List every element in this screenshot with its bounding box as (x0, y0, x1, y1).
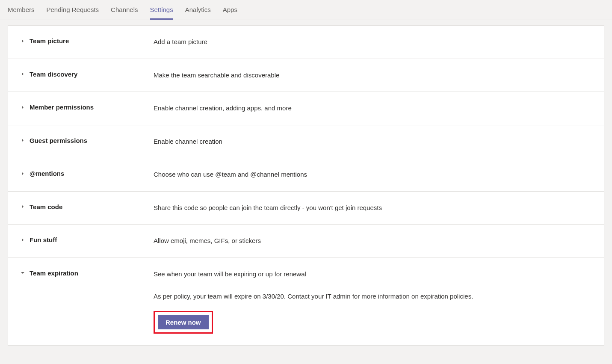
setting-title: Team expiration (30, 269, 78, 277)
tab-pending-requests[interactable]: Pending Requests (47, 0, 99, 20)
setting-description: Share this code so people can join the t… (154, 203, 591, 213)
setting-header: Guest permissions (21, 137, 154, 144)
setting-title: Team picture (30, 37, 69, 44)
setting-header: Team expiration (21, 269, 154, 277)
tab-channels[interactable]: Channels (111, 0, 138, 20)
tab-apps[interactable]: Apps (223, 0, 237, 20)
setting-header: Team picture (21, 37, 154, 44)
tab-analytics[interactable]: Analytics (185, 0, 211, 20)
chevron-right-icon (21, 106, 24, 109)
setting-body: See when your team will be expiring or u… (154, 269, 591, 334)
setting-description: Enable channel creation, adding apps, an… (154, 104, 591, 113)
setting-header: @mentions (21, 170, 154, 177)
settings-panel: Team picture Add a team picture Team dis… (8, 25, 604, 346)
chevron-right-icon (21, 238, 24, 242)
setting-title: Guest permissions (30, 137, 87, 144)
setting-fun-stuff[interactable]: Fun stuff Allow emoji, memes, GIFs, or s… (8, 225, 604, 258)
chevron-right-icon (21, 172, 24, 175)
setting-team-discovery[interactable]: Team discovery Make the team searchable … (8, 59, 604, 92)
setting-description: See when your team will be expiring or u… (154, 269, 591, 279)
tab-members[interactable]: Members (8, 0, 35, 20)
renew-now-button[interactable]: Renew now (158, 315, 209, 329)
setting-header: Team discovery (21, 71, 154, 78)
setting-team-code[interactable]: Team code Share this code so people can … (8, 192, 604, 225)
chevron-right-icon (21, 205, 24, 208)
setting-description: Add a team picture (154, 37, 591, 47)
chevron-right-icon (21, 39, 24, 43)
chevron-down-icon (21, 271, 24, 275)
setting-title: Fun stuff (30, 236, 57, 243)
setting-header: Team code (21, 203, 154, 210)
highlight-box: Renew now (154, 311, 213, 334)
setting-description: Make the team searchable and discoverabl… (154, 71, 591, 80)
setting-title: Member permissions (30, 104, 94, 111)
setting-description: Allow emoji, memes, GIFs, or stickers (154, 236, 591, 246)
expiration-detail: As per policy, your team will expire on … (154, 292, 591, 302)
tabs-bar: Members Pending Requests Channels Settin… (0, 0, 612, 20)
setting-header: Member permissions (21, 104, 154, 111)
setting-description: Choose who can use @team and @channel me… (154, 170, 591, 180)
chevron-right-icon (21, 72, 24, 76)
setting-title: @mentions (30, 170, 64, 177)
setting-team-picture[interactable]: Team picture Add a team picture (8, 26, 604, 59)
chevron-right-icon (21, 139, 24, 142)
setting-mentions[interactable]: @mentions Choose who can use @team and @… (8, 158, 604, 192)
setting-member-permissions[interactable]: Member permissions Enable channel creati… (8, 92, 604, 125)
setting-description: Enable channel creation (154, 137, 591, 147)
setting-header: Fun stuff (21, 236, 154, 243)
setting-guest-permissions[interactable]: Guest permissions Enable channel creatio… (8, 125, 604, 159)
setting-title: Team code (30, 203, 62, 210)
setting-team-expiration[interactable]: Team expiration See when your team will … (8, 258, 604, 345)
setting-title: Team discovery (30, 71, 77, 78)
tab-settings[interactable]: Settings (150, 0, 173, 20)
